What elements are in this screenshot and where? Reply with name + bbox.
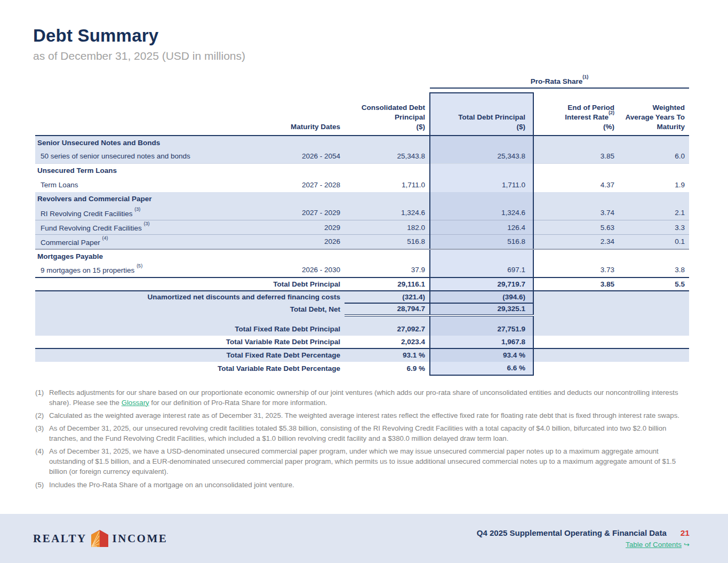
debt-summary-page: Debt Summary as of December 31, 2025 (US… — [0, 0, 728, 563]
t3-label: Total Debt, Net — [35, 303, 345, 315]
header-interest-rate: End of Period Interest Rate(2) (%) — [533, 93, 619, 136]
t1-label: Total Debt Principal — [35, 277, 345, 291]
footnote-4: (4) As of December 31, 2025, we have a U… — [35, 446, 689, 477]
footnote-number: (3) — [35, 423, 49, 443]
footer-right: Q4 2025 Supplemental Operating & Financi… — [477, 528, 690, 549]
t1-total: 29,719.7 — [430, 277, 533, 291]
section-label: Unsecured Term Loans — [35, 164, 238, 178]
t7-label: Total Variable Rate Debt Percentage — [35, 362, 345, 375]
spacer-row — [35, 315, 689, 323]
r5-maturity: 2026 — [238, 235, 345, 249]
t4-consolidated: 27,092.7 — [345, 323, 430, 336]
t2-total: (394.6) — [430, 291, 533, 303]
r1-total: 25,343.8 — [430, 149, 533, 164]
r5-total: 516.8 — [430, 235, 533, 249]
footnote-number: (1) — [35, 387, 49, 408]
t1-rate: 3.85 — [533, 277, 619, 291]
r4-years: 3.3 — [619, 220, 689, 235]
r6-label: 9 mortgages on 15 properties — [41, 266, 134, 274]
r3-total: 1,324.6 — [430, 206, 533, 220]
row-total-fixed-rate-percentage: Total Fixed Rate Debt Percentage 93.1 % … — [35, 348, 689, 362]
row-total-fixed-rate-principal: Total Fixed Rate Debt Principal 27,092.7… — [35, 323, 689, 336]
table-of-contents-link[interactable]: Table of Contents — [626, 541, 682, 549]
r3-rate: 3.74 — [533, 206, 619, 220]
r1-years: 6.0 — [619, 149, 689, 164]
footnote-1: (1) Reflects adjustments for our share b… — [35, 387, 689, 408]
header-maturity-dates: Maturity Dates — [238, 93, 345, 136]
r1-consolidated: 25,343.8 — [345, 149, 430, 164]
logo-text-income: INCOME — [113, 533, 168, 544]
t3-consolidated: 28,794.7 — [345, 303, 430, 315]
section-senior-unsecured-notes: Senior Unsecured Notes and Bonds — [35, 136, 689, 149]
r4-label: Fund Revolving Credit Facilities — [41, 224, 142, 232]
r5-consolidated: 516.8 — [345, 235, 430, 249]
row-commercial-paper: Commercial Paper (4) 2026 516.8 516.8 2.… — [35, 235, 689, 249]
r2-total: 1,711.0 — [430, 178, 533, 192]
r1-maturity: 2026 - 2054 — [238, 149, 345, 164]
r2-rate: 4.37 — [533, 178, 619, 192]
header-weighted-avg-years: Weighted Average Years To Maturity — [619, 93, 689, 136]
r5-rate: 2.34 — [533, 235, 619, 249]
prorata-share-label: Pro-Rata Share — [531, 77, 583, 85]
t5-total: 1,967.8 — [430, 336, 533, 348]
row-total-debt-net: Total Debt, Net 28,794.7 29,325.1 — [35, 303, 689, 315]
row-senior-notes: 50 series of senior unsecured notes and … — [35, 149, 689, 164]
t7-total: 6.6 % — [430, 362, 533, 375]
footnote-ref-3: (3) — [144, 221, 150, 226]
t5-consolidated: 2,023.4 — [345, 336, 430, 348]
r1-label: 50 series of senior unsecured notes and … — [35, 149, 238, 164]
page-subtitle: as of December 31, 2025 (USD in millions… — [33, 50, 728, 62]
page-footer: REALTY INCOME Q4 2025 Supple — [0, 514, 728, 563]
r4-consolidated: 182.0 — [345, 220, 430, 235]
prorata-share-header: Pro-Rata Share(1) — [430, 76, 689, 89]
t6-consolidated: 93.1 % — [345, 348, 430, 362]
footnote-number: (4) — [35, 446, 49, 477]
r3-years: 2.1 — [619, 206, 689, 220]
document-title: Q4 2025 Supplemental Operating & Financi… — [477, 528, 667, 537]
row-ri-revolving-credit: RI Revolving Credit Facilities (3) 2027 … — [35, 206, 689, 220]
r4-rate: 5.63 — [533, 220, 619, 235]
r4-total: 126.4 — [430, 220, 533, 235]
page-number: 21 — [681, 528, 690, 538]
t6-label: Total Fixed Rate Debt Percentage — [35, 348, 345, 362]
t1-consolidated: 29,116.1 — [345, 277, 430, 291]
debt-summary-table: Maturity Dates Consolidated Debt Princip… — [35, 92, 689, 376]
r6-total: 697.1 — [430, 263, 533, 277]
row-total-debt-principal: Total Debt Principal 29,116.1 29,719.7 3… — [35, 277, 689, 291]
section-label: Revolvers and Commercial Paper — [35, 192, 238, 206]
t4-total: 27,751.9 — [430, 323, 533, 336]
row-fund-revolving-credit: Fund Revolving Credit Facilities (3) 202… — [35, 220, 689, 235]
header-total-debt-principal: Total Debt Principal ($) — [430, 93, 533, 136]
logo-text-realty: REALTY — [33, 533, 87, 544]
footnote-2: (2) Calculated as the weighted average i… — [35, 410, 689, 421]
table-header-row: Maturity Dates Consolidated Debt Princip… — [35, 93, 689, 136]
t2-consolidated: (321.4) — [345, 291, 430, 303]
footnote-3: (3) As of December 31, 2025, our unsecur… — [35, 423, 689, 443]
row-mortgages: 9 mortgages on 15 properties (5) 2026 - … — [35, 263, 689, 277]
t7-consolidated: 6.9 % — [345, 362, 430, 375]
page-title: Debt Summary — [0, 0, 728, 46]
toc-arrow-icon: ↪ — [684, 541, 690, 549]
footnotes: (1) Reflects adjustments for our share b… — [35, 387, 689, 490]
footnote-number: (2) — [35, 410, 49, 421]
r2-label: Term Loans — [35, 178, 238, 192]
row-total-variable-rate-principal: Total Variable Rate Debt Principal 2,023… — [35, 336, 689, 348]
row-term-loans: Term Loans 2027 - 2028 1,711.0 1,711.0 4… — [35, 178, 689, 192]
section-label: Mortgages Payable — [35, 249, 238, 263]
section-revolvers-commercial-paper: Revolvers and Commercial Paper — [35, 192, 689, 206]
footnote-ref-1: (1) — [582, 74, 588, 80]
r4-maturity: 2029 — [238, 220, 345, 235]
r2-consolidated: 1,711.0 — [345, 178, 430, 192]
t3-total: 29,325.1 — [430, 303, 533, 315]
t6-total: 93.4 % — [430, 348, 533, 362]
r3-maturity: 2027 - 2029 — [238, 206, 345, 220]
r5-years: 0.1 — [619, 235, 689, 249]
footnote-number: (5) — [35, 480, 49, 490]
section-label: Senior Unsecured Notes and Bonds — [35, 136, 238, 149]
t1-years: 5.5 — [619, 277, 689, 291]
realty-income-logo: REALTY INCOME — [33, 529, 167, 548]
footnote-ref-3: (3) — [134, 207, 140, 212]
glossary-link[interactable]: Glossary — [122, 399, 149, 407]
section-unsecured-term-loans: Unsecured Term Loans — [35, 164, 689, 178]
r6-rate: 3.73 — [533, 263, 619, 277]
